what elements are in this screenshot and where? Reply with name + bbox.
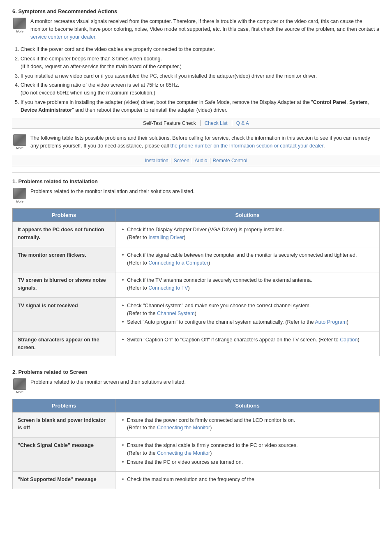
table-row: "Not Supported Mode" message Check the m… bbox=[13, 472, 380, 489]
screen-solutions-header: Solutions bbox=[115, 399, 380, 412]
section6-title: 6. Symptoms and Recommended Actions bbox=[12, 8, 380, 14]
checklist-item-2: Check if the computer beeps more than 3 … bbox=[21, 55, 380, 71]
auto-program-link[interactable]: Auto Program bbox=[315, 319, 347, 325]
list-item: Ensure that the signal cable is firmly c… bbox=[120, 442, 374, 457]
table-row: The monitor screen flickers. Check if th… bbox=[13, 247, 380, 272]
solution-cell: Switch "Caption On" to "Caption Off" if … bbox=[115, 332, 380, 356]
list-item: Ensure that the PC or video sources are … bbox=[120, 458, 374, 466]
problem-cell: "Not Supported Mode" message bbox=[13, 472, 115, 489]
nav-remote-control[interactable]: Remote Control bbox=[210, 158, 250, 164]
solution-cell: Check if the signal cable between the co… bbox=[115, 247, 380, 272]
note1-text: A monitor recreates visual signals recei… bbox=[30, 18, 380, 41]
solution-cell: Ensure that the signal cable is firmly c… bbox=[115, 438, 380, 472]
note2-img bbox=[13, 134, 26, 146]
section2-note-icon: Note bbox=[12, 378, 27, 394]
section2-title: 2. Problems related to Screen bbox=[12, 369, 380, 375]
self-test-feature-check[interactable]: Self-Test Feature Check bbox=[139, 120, 201, 126]
nav-installation[interactable]: Installation bbox=[142, 158, 171, 164]
table-row: Strange characters appear on the screen.… bbox=[13, 332, 380, 356]
page-container: 6. Symptoms and Recommended Actions Note… bbox=[0, 0, 392, 504]
nav-screen[interactable]: Screen bbox=[171, 158, 192, 164]
section1-note-img bbox=[13, 188, 26, 199]
checklist-item-3: If you installed a new video card or if … bbox=[21, 72, 380, 80]
divider1 bbox=[12, 172, 380, 173]
checklist: Check if the power cord and the video ca… bbox=[12, 46, 380, 114]
problem-cell: TV signal is not received bbox=[13, 297, 115, 332]
check-list-tab[interactable]: Check List bbox=[201, 120, 232, 126]
problem-cell: Strange characters appear on the screen. bbox=[13, 332, 115, 356]
note1-body: A monitor recreates visual signals recei… bbox=[30, 18, 379, 32]
section1-note-text: Problems related to the monitor installa… bbox=[30, 188, 380, 196]
list-item: Switch "Caption On" to "Caption Off" if … bbox=[120, 336, 374, 344]
solution-cell: Check if the Display Adapter Driver (VGA… bbox=[115, 222, 380, 247]
caption-link[interactable]: Caption bbox=[340, 337, 357, 343]
list-item: Select "Auto program" to configure the c… bbox=[120, 318, 374, 326]
solutions-header: Solutions bbox=[115, 209, 380, 222]
phone-number-link[interactable]: the phone number on the Information sect… bbox=[170, 143, 323, 149]
table-row: "Check Signal Cable" message Ensure that… bbox=[13, 438, 380, 472]
list-item: Ensure that the power cord is firmly con… bbox=[120, 417, 374, 432]
section1-note-icon: Note bbox=[12, 188, 27, 203]
note-img bbox=[13, 18, 26, 29]
installing-driver-link[interactable]: Installing Driver bbox=[148, 235, 184, 240]
table-row: TV screen is blurred or shows noise sign… bbox=[13, 272, 380, 298]
solution-cell: Ensure that the power cord is firmly con… bbox=[115, 412, 380, 438]
nav-audio[interactable]: Audio bbox=[192, 158, 210, 164]
problem-cell: TV screen is blurred or shows noise sign… bbox=[13, 272, 115, 298]
self-test-bar: Self-Test Feature Check Check List Q & A bbox=[12, 118, 380, 129]
connecting-computer-link[interactable]: Connecting to a Computer bbox=[148, 260, 208, 266]
solution-cell: Check if the TV antenna connector is sec… bbox=[115, 272, 380, 298]
table-row: It appears the PC does not function norm… bbox=[13, 222, 380, 247]
table-row: TV signal is not received Check "Channel… bbox=[13, 297, 380, 332]
section1-note-label: Note bbox=[16, 200, 23, 203]
checklist-item-5: If you have problems in installing the a… bbox=[21, 99, 380, 114]
section2-note-img bbox=[13, 378, 26, 390]
section1-title: 1. Problems related to Installation bbox=[12, 178, 380, 184]
nav-tabs-bar: Installation Screen Audio Remote Control bbox=[12, 155, 380, 166]
solution-cell: Check the maximum resolution and the fre… bbox=[115, 472, 380, 489]
list-item: Check if the signal cable between the co… bbox=[120, 251, 374, 267]
connecting-tv-link[interactable]: Connecting to TV bbox=[148, 285, 188, 291]
section1-note: Note Problems related to the monitor ins… bbox=[12, 188, 380, 203]
screen-problems-table: Problems Solutions Screen is blank and p… bbox=[12, 399, 380, 490]
list-item: Check if the TV antenna connector is sec… bbox=[120, 276, 374, 292]
problem-cell: Screen is blank and power indicator is o… bbox=[13, 412, 115, 438]
list-item: Check "Channel system" and make sure you… bbox=[120, 302, 374, 318]
section2-note: Note Problems related to the monitor scr… bbox=[12, 378, 380, 394]
connecting-monitor-link2[interactable]: Connecting the Monitor bbox=[157, 450, 210, 456]
section2-note-label: Note bbox=[16, 390, 23, 394]
connecting-monitor-link1[interactable]: Connecting the Monitor bbox=[157, 425, 210, 431]
problem-cell: The monitor screen flickers. bbox=[13, 247, 115, 272]
solution-cell: Check "Channel system" and make sure you… bbox=[115, 297, 380, 332]
note2-icon: Note bbox=[12, 134, 27, 150]
problem-cell: It appears the PC does not function norm… bbox=[13, 222, 115, 247]
note2-label: Note bbox=[16, 146, 23, 150]
problems-header: Problems bbox=[13, 209, 115, 222]
service-center-link[interactable]: service center or your dealer bbox=[30, 34, 95, 40]
qa-tab[interactable]: Q & A bbox=[232, 120, 253, 126]
note1-box: Note A monitor recreates visual signals … bbox=[12, 18, 380, 41]
checklist-item-1: Check if the power cord and the video ca… bbox=[21, 46, 380, 53]
note2-box: Note The following table lists possible … bbox=[12, 134, 380, 150]
channel-system-link[interactable]: Channel System bbox=[157, 311, 195, 316]
list-item: Check if the Display Adapter Driver (VGA… bbox=[120, 226, 374, 242]
checklist-item-4: Check if the scanning ratio of the video… bbox=[21, 81, 380, 97]
list-item: Check the maximum resolution and the fre… bbox=[120, 476, 374, 484]
table-row: Screen is blank and power indicator is o… bbox=[13, 412, 380, 438]
divider2 bbox=[12, 363, 380, 363]
problem-cell: "Check Signal Cable" message bbox=[13, 438, 115, 472]
installation-problems-table: Problems Solutions It appears the PC doe… bbox=[12, 208, 380, 356]
section2-note-text: Problems related to the monitor screen a… bbox=[30, 378, 380, 386]
note1-icon: Note bbox=[12, 18, 27, 33]
note-label: Note bbox=[16, 30, 23, 33]
note2-text: The following table lists possible probl… bbox=[30, 134, 380, 150]
screen-problems-header: Problems bbox=[13, 399, 115, 412]
